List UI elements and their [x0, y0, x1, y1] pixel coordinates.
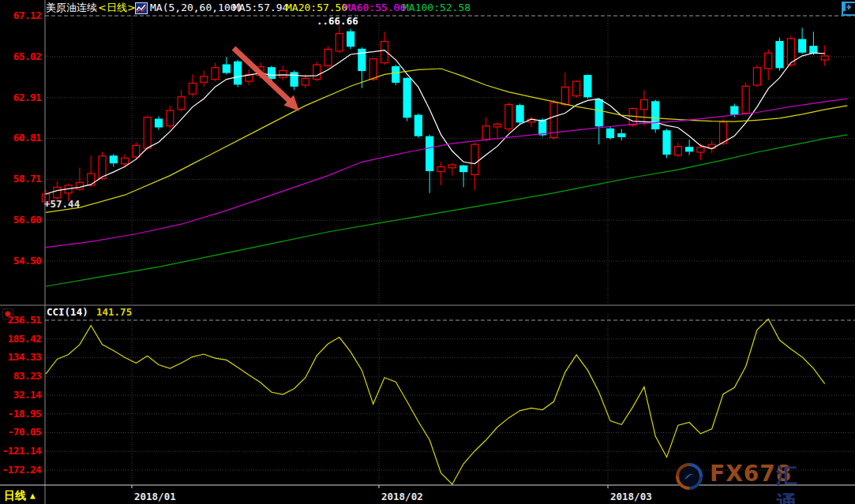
cci-axis-label: 83.23 — [0, 371, 41, 382]
cci-indicator-name: CCI(14) — [47, 307, 88, 318]
cci-current-value: 141.75 — [96, 307, 132, 318]
price-axis-label: 56.60 — [0, 215, 41, 226]
candle-down[interactable] — [268, 68, 276, 79]
cci-axis-label: 185.42 — [0, 334, 41, 345]
ma20-value: MA20:57.50 — [286, 2, 347, 13]
candle-up[interactable] — [99, 156, 106, 178]
first-bar-price-label: +57.44 — [44, 198, 80, 210]
price-axis-label: 67.12 — [0, 10, 41, 21]
candle-up[interactable] — [471, 144, 478, 174]
candle-up[interactable] — [212, 68, 219, 80]
candle-up[interactable] — [54, 187, 61, 198]
candle-up[interactable] — [189, 84, 196, 95]
indicator-icon[interactable] — [135, 2, 148, 14]
trading-terminal: 美原油连续 <日线> MA(5,20,60,100) MA5:57.94 MA2… — [0, 0, 855, 504]
candle-down[interactable] — [426, 136, 433, 170]
chart-canvas[interactable] — [0, 0, 855, 504]
candle-up[interactable] — [313, 65, 321, 79]
period-tag: <日线> — [98, 2, 136, 13]
candle-up[interactable] — [753, 68, 760, 85]
candle-down[interactable] — [731, 106, 738, 114]
candle-down[interactable] — [799, 39, 806, 52]
cci-axis-label: 236.51 — [0, 315, 41, 326]
candle-up[interactable] — [133, 145, 140, 157]
candle-down[interactable] — [403, 78, 411, 117]
popout-icon[interactable] — [842, 2, 855, 16]
ma60-value: MA60:55.06 — [344, 2, 406, 13]
date-axis-label: 2018/03 — [610, 491, 652, 502]
candle-up[interactable] — [448, 165, 456, 168]
candle-up[interactable] — [76, 182, 83, 189]
candle-up[interactable] — [324, 49, 332, 65]
candle-up[interactable] — [674, 147, 681, 155]
cci-axis-label: -18.95 — [0, 409, 41, 420]
price-axis-label: 65.02 — [0, 51, 41, 62]
candle-down[interactable] — [414, 115, 422, 136]
candle-down[interactable] — [652, 102, 659, 129]
candle-down[interactable] — [392, 67, 399, 83]
candle-up[interactable] — [201, 77, 208, 82]
candle-up[interactable] — [720, 122, 727, 144]
cci-axis-label: -172.24 — [0, 465, 41, 476]
candle-down[interactable] — [663, 131, 670, 155]
candle-up[interactable] — [279, 70, 287, 77]
timeframe-selector[interactable]: 日线 — [4, 489, 26, 503]
candle-down[interactable] — [618, 134, 625, 137]
candle-up[interactable] — [437, 166, 444, 171]
candle-up[interactable] — [178, 97, 185, 110]
cci-axis-label: -70.05 — [0, 427, 41, 438]
candle-down[interactable] — [223, 65, 230, 73]
candle-down[interactable] — [686, 147, 693, 151]
date-axis-label: 2018/02 — [381, 491, 423, 502]
candle-up[interactable] — [573, 81, 580, 95]
peak-price-label: ..66.66 — [317, 15, 358, 27]
ma100-value: MA100:52.58 — [403, 2, 471, 13]
ma-caption: MA(5,20,60,100) — [150, 2, 242, 13]
cci-line — [46, 319, 825, 484]
candle-down[interactable] — [156, 119, 163, 127]
candle-down[interactable] — [460, 166, 467, 171]
price-axis-label: 54.50 — [0, 256, 41, 267]
candle-up[interactable] — [369, 59, 377, 80]
candle-down[interactable] — [539, 120, 546, 134]
candle-down[interactable] — [584, 76, 591, 97]
timeframe-up-triangle-icon[interactable]: ▲ — [30, 491, 36, 501]
candle-down[interactable] — [516, 106, 523, 122]
candle-down[interactable] — [110, 156, 117, 163]
date-axis-label: 2018/01 — [134, 491, 176, 502]
candle-down[interactable] — [810, 47, 817, 54]
candle-up[interactable] — [697, 147, 704, 152]
candle-up[interactable] — [167, 110, 174, 126]
price-axis-label: 60.81 — [0, 133, 41, 144]
candle-down[interactable] — [607, 129, 614, 137]
price-axis-label: 62.91 — [0, 92, 41, 103]
candle-up[interactable] — [494, 124, 501, 127]
candle-up[interactable] — [640, 99, 647, 109]
cci-axis-label: 32.14 — [0, 390, 41, 401]
candle-up[interactable] — [742, 86, 749, 114]
candle-up[interactable] — [561, 87, 568, 104]
candle-up[interactable] — [765, 53, 772, 69]
candle-up[interactable] — [821, 56, 828, 60]
candle-down[interactable] — [234, 62, 242, 84]
candle-up[interactable] — [122, 158, 129, 163]
instrument-title: 美原油连续 — [46, 2, 97, 13]
cci-axis-label: 134.33 — [0, 352, 41, 363]
cci-axis-label: -121.14 — [0, 446, 41, 457]
candle-up[interactable] — [88, 174, 95, 185]
candle-up[interactable] — [144, 118, 151, 148]
ma5-value: MA5:57.94 — [233, 2, 288, 13]
candle-down[interactable] — [595, 99, 602, 125]
ma-line-ma100 — [46, 135, 847, 286]
candle-down[interactable] — [776, 42, 783, 68]
candle-down[interactable] — [291, 73, 298, 86]
candle-up[interactable] — [302, 78, 309, 85]
candle-up[interactable] — [482, 126, 489, 140]
price-axis-label: 58.71 — [0, 174, 41, 185]
candle-up[interactable] — [505, 105, 512, 129]
candle-down[interactable] — [347, 32, 354, 46]
candle-up[interactable] — [336, 34, 343, 51]
